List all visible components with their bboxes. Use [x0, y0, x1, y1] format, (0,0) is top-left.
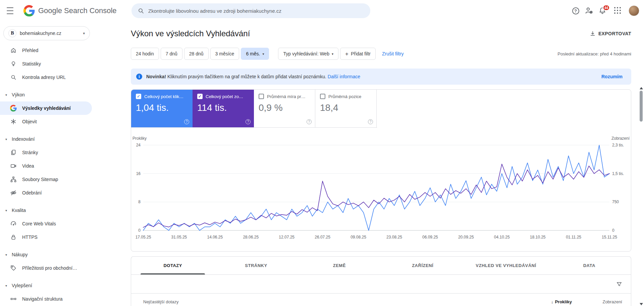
sidebar-section-enhancements[interactable]: Vylepšení	[0, 279, 94, 292]
notifications-button[interactable]: 44	[596, 4, 609, 17]
scrollbar-thumb[interactable]	[640, 91, 643, 122]
avatar[interactable]	[629, 5, 639, 16]
chip-label: 28 dnů	[189, 51, 204, 56]
app-logo[interactable]: Google Search Console	[23, 5, 117, 16]
svg-text:26.07.25: 26.07.25	[315, 235, 330, 239]
sidebar-section-experience[interactable]: Kvalita	[0, 204, 94, 217]
app-title: Google Search Console	[38, 6, 117, 15]
chevron-down-icon	[5, 93, 9, 97]
sidebar-section-performance[interactable]: Výkon	[0, 88, 94, 101]
sidebar-item-merchant-opportunities[interactable]: Příležitosti pro obchodní…	[0, 261, 92, 275]
top-search-bar[interactable]	[131, 3, 370, 18]
sidebar-section-indexing[interactable]: Indexování	[0, 132, 94, 146]
info-banner: Novinka! Kliknutím pravým tlačítkem na g…	[131, 69, 631, 85]
lock-icon	[10, 234, 17, 241]
checkbox-checked-icon[interactable]	[136, 94, 141, 99]
svg-text:Prokliky: Prokliky	[132, 136, 147, 141]
column-header-queries[interactable]: Nejčastější dotazy	[143, 299, 551, 304]
checkbox-unchecked-icon[interactable]	[259, 94, 264, 99]
add-filter-button[interactable]: Přidat filtr	[340, 48, 376, 60]
reset-filters-link[interactable]: Zrušit filtry	[382, 51, 404, 56]
svg-text:23.08.25: 23.08.25	[386, 235, 402, 239]
svg-text:2,3 tis.: 2,3 tis.	[612, 143, 624, 147]
svg-text:09.08.25: 09.08.25	[351, 235, 366, 239]
search-input[interactable]	[148, 8, 364, 14]
help-button[interactable]	[569, 4, 582, 17]
sidebar-item-label: Statistiky	[22, 61, 41, 67]
sidebar-item-overview[interactable]: Přehled	[0, 44, 92, 57]
metric-tile-ctr[interactable]: Průměrná míra pr… 0,9 %	[254, 90, 315, 127]
insights-icon	[10, 60, 17, 67]
property-selector[interactable]: B bohemiakuchyne.cz	[3, 26, 90, 40]
menu-icon[interactable]	[7, 7, 16, 14]
chip-label: 6 měs.	[246, 51, 260, 56]
download-icon	[590, 31, 596, 37]
tab-search-appearance[interactable]: VZHLED VE VYHLEDÁVÁNÍ	[464, 257, 547, 274]
property-name: bohemiakuchyne.cz	[20, 31, 61, 36]
dismiss-banner-button[interactable]: Rozumím	[598, 71, 626, 82]
chevron-down-icon	[262, 52, 264, 56]
pages-icon	[10, 149, 17, 156]
sidebar-item-core-web-vitals[interactable]: Core Web Vitals	[0, 217, 92, 230]
table-filter-icon[interactable]	[616, 281, 622, 287]
sidebar-item-insights[interactable]: Statistiky	[0, 57, 92, 71]
performance-chart[interactable]: 242,3 tis.161,5 tis.875000ProklikyZobraz…	[131, 130, 631, 248]
apps-button[interactable]	[609, 4, 623, 17]
sidebar-item-sitemaps[interactable]: Soubory Sitemap	[0, 173, 92, 186]
metric-value: 18,4	[320, 102, 372, 113]
chip-24h[interactable]: 24 hodin	[131, 48, 159, 60]
scroll-down-arrow[interactable]	[639, 302, 643, 306]
chip-search-type[interactable]: Typ vyhledávání: Web	[278, 48, 338, 60]
checkbox-unchecked-icon[interactable]	[320, 94, 325, 99]
chip-3m[interactable]: 3 měsíce	[210, 48, 239, 60]
svg-text:14.06.25: 14.06.25	[207, 235, 223, 239]
help-icon[interactable]	[184, 119, 189, 124]
filter-bar: 24 hodin 7 dnů 28 dnů 3 měsíce 6 měs. Ty…	[131, 48, 631, 60]
help-icon[interactable]	[368, 119, 373, 124]
vertical-scrollbar[interactable]	[639, 86, 643, 306]
sidebar-item-pages[interactable]: Stránky	[0, 146, 92, 159]
account-settings-button[interactable]	[582, 4, 596, 17]
sidebar-item-label: Kontrola adresy URL	[22, 75, 66, 80]
help-icon[interactable]	[246, 119, 251, 124]
page-title: Výkon ve výsledcích Vyhledávání	[131, 29, 250, 38]
banner-bold-text: Novinka!	[146, 74, 166, 79]
sidebar-item-label: Výsledky vyhledávání	[22, 105, 71, 111]
sidebar-item-label: Soubory Sitemap	[22, 177, 58, 182]
help-icon[interactable]	[307, 119, 312, 124]
learn-more-link[interactable]: Další informace	[328, 74, 360, 79]
svg-text:12.07.25: 12.07.25	[279, 235, 294, 239]
sidebar-item-discover[interactable]: Objevit	[0, 115, 92, 128]
tab-devices[interactable]: ZAŘÍZENÍ	[381, 257, 464, 274]
tab-pages[interactable]: STRÁNKY	[214, 257, 298, 274]
sidebar-item-search-results[interactable]: Výsledky vyhledávání	[0, 101, 92, 115]
sidebar-item-https[interactable]: HTTPS	[0, 230, 92, 244]
metric-tiles: Celkový počet klik… 1,04 tis. Celkový po…	[131, 90, 377, 128]
apps-grid-icon	[614, 7, 622, 14]
column-header-clicks[interactable]: Prokliky	[551, 299, 572, 304]
tag-icon	[10, 265, 17, 271]
sidebar-item-breadcrumbs[interactable]: Navigační struktura	[0, 292, 92, 306]
chip-7d[interactable]: 7 dnů	[161, 48, 182, 60]
sidebar-section-shopping[interactable]: Nákupy	[0, 248, 94, 261]
tab-countries[interactable]: ZEMĚ	[298, 257, 381, 274]
sidebar-item-url-inspection[interactable]: Kontrola adresy URL	[0, 71, 92, 84]
sidebar-item-videos[interactable]: Videa	[0, 159, 92, 173]
help-icon	[572, 7, 579, 14]
metric-tile-clicks[interactable]: Celkový počet klik… 1,04 tis.	[131, 90, 193, 127]
sidebar-item-label: Přehled	[22, 48, 38, 53]
chip-label: Přidat filtr	[351, 51, 371, 56]
metric-tile-position[interactable]: Průměrná pozice 18,4	[315, 90, 377, 127]
metric-tile-impressions[interactable]: Celkový počet zo… 114 tis.	[193, 90, 254, 127]
sidebar-item-removals[interactable]: Odebrání	[0, 186, 92, 200]
scroll-up-arrow[interactable]	[639, 86, 643, 90]
export-label: EXPORTOVAT	[598, 31, 631, 36]
chip-28d[interactable]: 28 dnů	[184, 48, 209, 60]
tab-dates[interactable]: DATA	[548, 257, 631, 274]
tab-queries[interactable]: DOTAZY	[131, 257, 214, 274]
export-button[interactable]: EXPORTOVAT	[590, 31, 631, 37]
checkbox-checked-icon[interactable]	[197, 94, 203, 99]
metric-label: Průměrná pozice	[328, 94, 361, 99]
chip-6m-selected[interactable]: 6 měs.	[241, 48, 269, 60]
column-header-impressions[interactable]: Zobrazení	[572, 299, 622, 304]
